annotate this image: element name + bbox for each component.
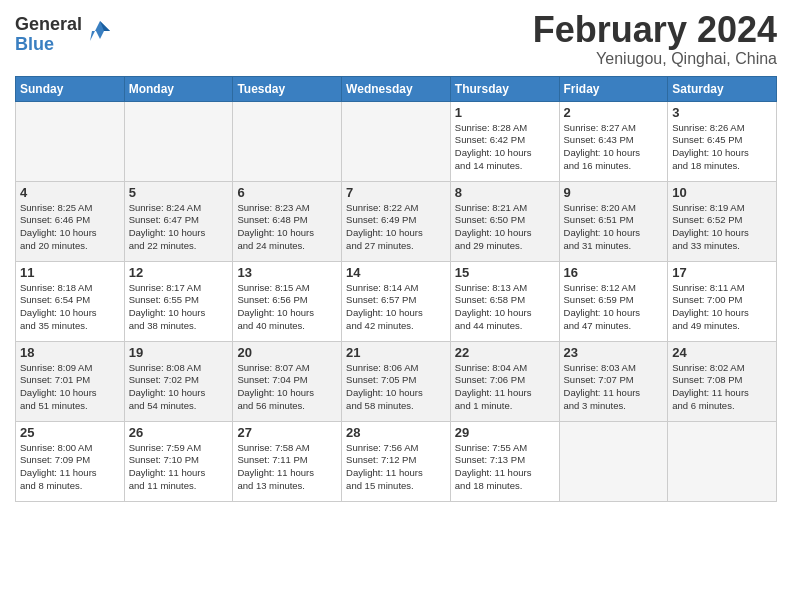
day-number: 28 <box>346 425 446 440</box>
day-info: Sunrise: 8:06 AM Sunset: 7:05 PM Dayligh… <box>346 362 446 413</box>
day-info: Sunrise: 8:02 AM Sunset: 7:08 PM Dayligh… <box>672 362 772 413</box>
day-number: 5 <box>129 185 229 200</box>
calendar-cell: 7Sunrise: 8:22 AM Sunset: 6:49 PM Daylig… <box>342 181 451 261</box>
calendar-cell <box>16 101 125 181</box>
day-info: Sunrise: 8:09 AM Sunset: 7:01 PM Dayligh… <box>20 362 120 413</box>
day-number: 29 <box>455 425 555 440</box>
calendar-cell: 14Sunrise: 8:14 AM Sunset: 6:57 PM Dayli… <box>342 261 451 341</box>
col-header-sunday: Sunday <box>16 76 125 101</box>
day-number: 1 <box>455 105 555 120</box>
calendar-cell: 20Sunrise: 8:07 AM Sunset: 7:04 PM Dayli… <box>233 341 342 421</box>
calendar-cell: 21Sunrise: 8:06 AM Sunset: 7:05 PM Dayli… <box>342 341 451 421</box>
day-info: Sunrise: 8:20 AM Sunset: 6:51 PM Dayligh… <box>564 202 664 253</box>
calendar-cell: 8Sunrise: 8:21 AM Sunset: 6:50 PM Daylig… <box>450 181 559 261</box>
day-info: Sunrise: 8:14 AM Sunset: 6:57 PM Dayligh… <box>346 282 446 333</box>
day-info: Sunrise: 8:27 AM Sunset: 6:43 PM Dayligh… <box>564 122 664 173</box>
page-header: General Blue February 2024 Yeniugou, Qin… <box>15 10 777 68</box>
calendar-header-row: SundayMondayTuesdayWednesdayThursdayFrid… <box>16 76 777 101</box>
logo: General Blue <box>15 15 114 55</box>
day-info: Sunrise: 8:23 AM Sunset: 6:48 PM Dayligh… <box>237 202 337 253</box>
day-info: Sunrise: 8:11 AM Sunset: 7:00 PM Dayligh… <box>672 282 772 333</box>
day-number: 10 <box>672 185 772 200</box>
day-info: Sunrise: 8:15 AM Sunset: 6:56 PM Dayligh… <box>237 282 337 333</box>
day-number: 25 <box>20 425 120 440</box>
day-info: Sunrise: 7:59 AM Sunset: 7:10 PM Dayligh… <box>129 442 229 493</box>
calendar-cell: 3Sunrise: 8:26 AM Sunset: 6:45 PM Daylig… <box>668 101 777 181</box>
day-number: 26 <box>129 425 229 440</box>
day-info: Sunrise: 7:55 AM Sunset: 7:13 PM Dayligh… <box>455 442 555 493</box>
day-info: Sunrise: 8:08 AM Sunset: 7:02 PM Dayligh… <box>129 362 229 413</box>
col-header-tuesday: Tuesday <box>233 76 342 101</box>
day-number: 21 <box>346 345 446 360</box>
day-info: Sunrise: 8:04 AM Sunset: 7:06 PM Dayligh… <box>455 362 555 413</box>
calendar-cell: 13Sunrise: 8:15 AM Sunset: 6:56 PM Dayli… <box>233 261 342 341</box>
day-info: Sunrise: 8:07 AM Sunset: 7:04 PM Dayligh… <box>237 362 337 413</box>
calendar-cell <box>233 101 342 181</box>
day-number: 19 <box>129 345 229 360</box>
day-info: Sunrise: 7:58 AM Sunset: 7:11 PM Dayligh… <box>237 442 337 493</box>
day-number: 23 <box>564 345 664 360</box>
calendar-cell: 2Sunrise: 8:27 AM Sunset: 6:43 PM Daylig… <box>559 101 668 181</box>
calendar-week-4: 18Sunrise: 8:09 AM Sunset: 7:01 PM Dayli… <box>16 341 777 421</box>
day-info: Sunrise: 8:22 AM Sunset: 6:49 PM Dayligh… <box>346 202 446 253</box>
day-info: Sunrise: 8:25 AM Sunset: 6:46 PM Dayligh… <box>20 202 120 253</box>
calendar-cell <box>559 421 668 501</box>
calendar-week-3: 11Sunrise: 8:18 AM Sunset: 6:54 PM Dayli… <box>16 261 777 341</box>
calendar-cell: 23Sunrise: 8:03 AM Sunset: 7:07 PM Dayli… <box>559 341 668 421</box>
day-number: 18 <box>20 345 120 360</box>
logo-blue: Blue <box>15 35 82 55</box>
calendar-cell: 18Sunrise: 8:09 AM Sunset: 7:01 PM Dayli… <box>16 341 125 421</box>
day-info: Sunrise: 8:12 AM Sunset: 6:59 PM Dayligh… <box>564 282 664 333</box>
day-number: 11 <box>20 265 120 280</box>
calendar-cell: 11Sunrise: 8:18 AM Sunset: 6:54 PM Dayli… <box>16 261 125 341</box>
calendar-cell: 15Sunrise: 8:13 AM Sunset: 6:58 PM Dayli… <box>450 261 559 341</box>
calendar-cell <box>668 421 777 501</box>
day-number: 3 <box>672 105 772 120</box>
day-number: 13 <box>237 265 337 280</box>
col-header-thursday: Thursday <box>450 76 559 101</box>
location: Yeniugou, Qinghai, China <box>533 50 777 68</box>
calendar-cell: 17Sunrise: 8:11 AM Sunset: 7:00 PM Dayli… <box>668 261 777 341</box>
day-info: Sunrise: 8:17 AM Sunset: 6:55 PM Dayligh… <box>129 282 229 333</box>
day-info: Sunrise: 8:00 AM Sunset: 7:09 PM Dayligh… <box>20 442 120 493</box>
day-number: 20 <box>237 345 337 360</box>
day-number: 2 <box>564 105 664 120</box>
day-number: 27 <box>237 425 337 440</box>
day-info: Sunrise: 8:26 AM Sunset: 6:45 PM Dayligh… <box>672 122 772 173</box>
calendar-cell: 6Sunrise: 8:23 AM Sunset: 6:48 PM Daylig… <box>233 181 342 261</box>
day-info: Sunrise: 8:18 AM Sunset: 6:54 PM Dayligh… <box>20 282 120 333</box>
day-info: Sunrise: 8:28 AM Sunset: 6:42 PM Dayligh… <box>455 122 555 173</box>
day-number: 22 <box>455 345 555 360</box>
day-number: 12 <box>129 265 229 280</box>
day-info: Sunrise: 8:24 AM Sunset: 6:47 PM Dayligh… <box>129 202 229 253</box>
calendar-cell: 25Sunrise: 8:00 AM Sunset: 7:09 PM Dayli… <box>16 421 125 501</box>
day-number: 8 <box>455 185 555 200</box>
col-header-monday: Monday <box>124 76 233 101</box>
calendar-table: SundayMondayTuesdayWednesdayThursdayFrid… <box>15 76 777 502</box>
day-info: Sunrise: 8:13 AM Sunset: 6:58 PM Dayligh… <box>455 282 555 333</box>
calendar-cell: 12Sunrise: 8:17 AM Sunset: 6:55 PM Dayli… <box>124 261 233 341</box>
calendar-cell: 29Sunrise: 7:55 AM Sunset: 7:13 PM Dayli… <box>450 421 559 501</box>
logo-icon <box>86 17 114 45</box>
day-number: 15 <box>455 265 555 280</box>
calendar-cell: 26Sunrise: 7:59 AM Sunset: 7:10 PM Dayli… <box>124 421 233 501</box>
day-info: Sunrise: 8:19 AM Sunset: 6:52 PM Dayligh… <box>672 202 772 253</box>
calendar-cell: 24Sunrise: 8:02 AM Sunset: 7:08 PM Dayli… <box>668 341 777 421</box>
calendar-cell: 9Sunrise: 8:20 AM Sunset: 6:51 PM Daylig… <box>559 181 668 261</box>
calendar-cell <box>124 101 233 181</box>
logo-general: General <box>15 15 82 35</box>
calendar-week-1: 1Sunrise: 8:28 AM Sunset: 6:42 PM Daylig… <box>16 101 777 181</box>
calendar-cell: 16Sunrise: 8:12 AM Sunset: 6:59 PM Dayli… <box>559 261 668 341</box>
calendar-cell: 19Sunrise: 8:08 AM Sunset: 7:02 PM Dayli… <box>124 341 233 421</box>
calendar-cell: 28Sunrise: 7:56 AM Sunset: 7:12 PM Dayli… <box>342 421 451 501</box>
day-number: 16 <box>564 265 664 280</box>
calendar-cell <box>342 101 451 181</box>
day-number: 24 <box>672 345 772 360</box>
calendar-cell: 27Sunrise: 7:58 AM Sunset: 7:11 PM Dayli… <box>233 421 342 501</box>
calendar-cell: 5Sunrise: 8:24 AM Sunset: 6:47 PM Daylig… <box>124 181 233 261</box>
day-number: 9 <box>564 185 664 200</box>
day-number: 6 <box>237 185 337 200</box>
day-number: 7 <box>346 185 446 200</box>
calendar-cell: 4Sunrise: 8:25 AM Sunset: 6:46 PM Daylig… <box>16 181 125 261</box>
calendar-week-2: 4Sunrise: 8:25 AM Sunset: 6:46 PM Daylig… <box>16 181 777 261</box>
